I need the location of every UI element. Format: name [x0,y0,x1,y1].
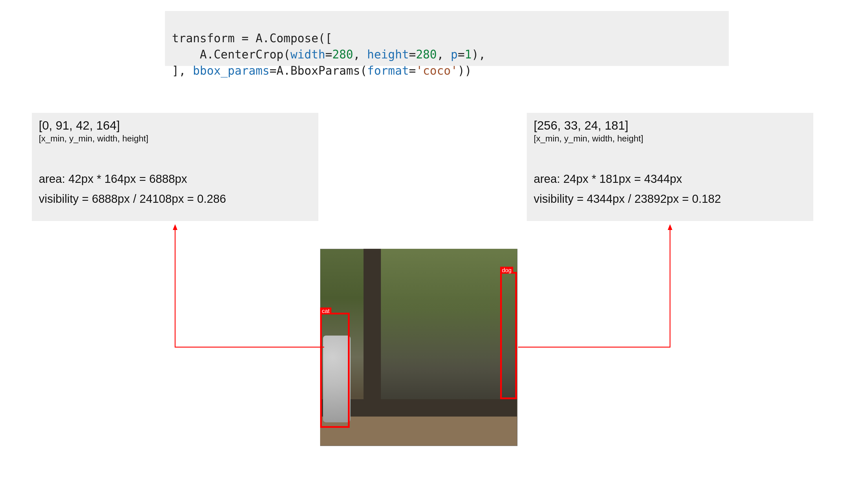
page-root: transform = A.Compose([ A.CenterCrop(wid… [0,0,868,488]
svg-marker-1 [668,224,672,230]
arrow-right [0,0,868,488]
